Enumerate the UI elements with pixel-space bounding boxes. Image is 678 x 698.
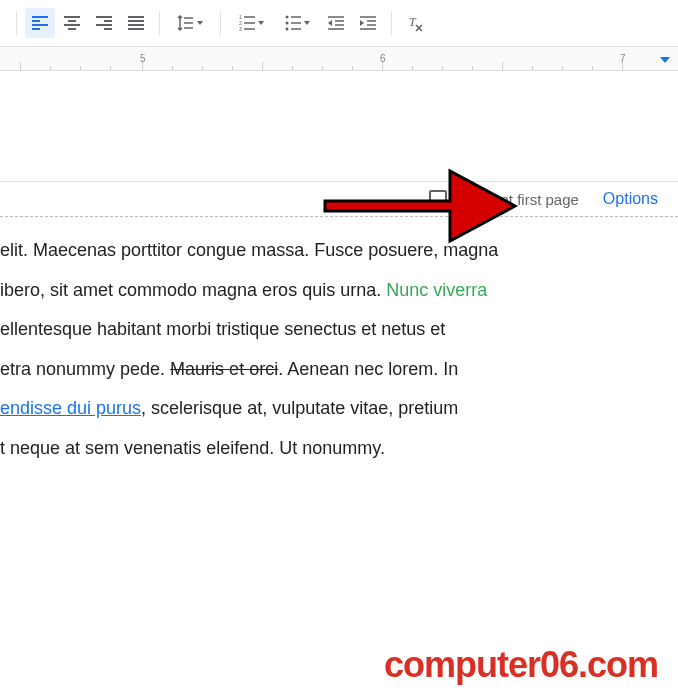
line-spacing-icon xyxy=(177,14,195,32)
bulleted-list-icon xyxy=(284,14,302,32)
clear-formatting-icon: T xyxy=(406,14,424,32)
body-line: ellentesque habitant morbi tristique sen… xyxy=(0,310,668,350)
body-line: endisse dui purus, scelerisque at, vulpu… xyxy=(0,389,668,429)
increase-indent-icon xyxy=(359,14,377,32)
ruler-indent-pointer[interactable] xyxy=(660,57,670,63)
ruler: 5 6 7 xyxy=(0,47,678,71)
arrow-annotation xyxy=(320,151,520,255)
strikethrough-text: Mauris et orci xyxy=(170,359,278,379)
line-spacing-button[interactable] xyxy=(168,8,212,38)
clear-formatting-button[interactable]: T xyxy=(400,8,430,38)
document-canvas: Different first page Options elit. Maece… xyxy=(0,71,678,479)
svg-text:3: 3 xyxy=(239,26,242,32)
numbered-list-button[interactable]: 1 2 3 xyxy=(229,8,273,38)
separator xyxy=(391,11,392,35)
bulleted-list-button[interactable] xyxy=(275,8,319,38)
svg-point-9 xyxy=(286,16,289,19)
decrease-indent-button[interactable] xyxy=(321,8,351,38)
decrease-indent-icon xyxy=(327,14,345,32)
align-justify-button[interactable] xyxy=(121,8,151,38)
chevron-down-icon xyxy=(304,21,310,25)
svg-point-10 xyxy=(286,22,289,25)
numbered-list-icon: 1 2 3 xyxy=(238,14,256,32)
align-group xyxy=(25,8,151,38)
separator xyxy=(220,11,221,35)
align-left-button[interactable] xyxy=(25,8,55,38)
chevron-down-icon xyxy=(258,21,264,25)
separator xyxy=(16,11,17,35)
align-center-icon xyxy=(63,14,81,32)
green-text: Nunc viverra xyxy=(386,280,487,300)
body-line: ibero, sit amet commodo magna eros quis … xyxy=(0,271,668,311)
separator xyxy=(159,11,160,35)
options-link[interactable]: Options xyxy=(603,190,658,208)
body-line: etra nonummy pede. Mauris et orci. Aenea… xyxy=(0,350,668,390)
align-left-icon xyxy=(31,14,49,32)
align-center-button[interactable] xyxy=(57,8,87,38)
body-line: t neque at sem venenatis eleifend. Ut no… xyxy=(0,429,668,469)
align-justify-icon xyxy=(127,14,145,32)
document-body[interactable]: elit. Maecenas porttitor congue massa. F… xyxy=(0,217,678,479)
svg-text:T: T xyxy=(409,15,417,29)
align-right-icon xyxy=(95,14,113,32)
watermark: computer06.com xyxy=(384,644,658,686)
align-right-button[interactable] xyxy=(89,8,119,38)
increase-indent-button[interactable] xyxy=(353,8,383,38)
hyperlink[interactable]: endisse dui purus xyxy=(0,398,141,418)
svg-point-11 xyxy=(286,28,289,31)
toolbar: 1 2 3 xyxy=(0,0,678,47)
chevron-down-icon xyxy=(197,21,203,25)
